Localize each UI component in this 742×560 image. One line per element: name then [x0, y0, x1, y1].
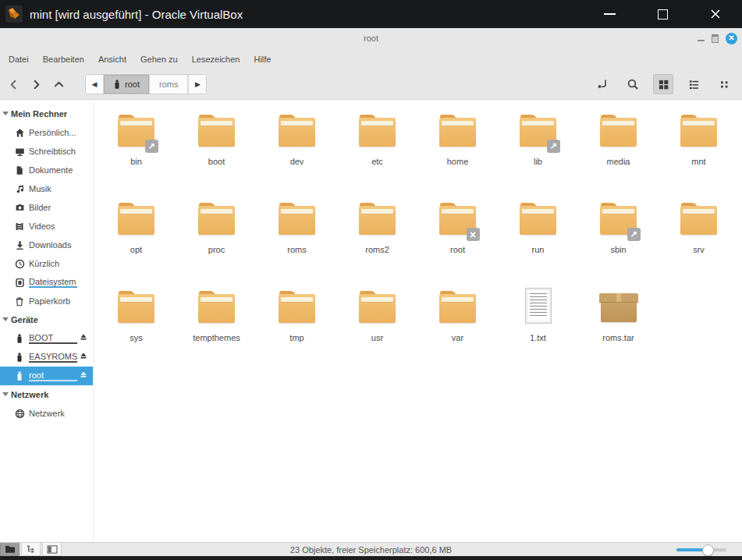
pathbar-scroll-right-button[interactable]: ▶: [188, 75, 206, 94]
file-item-dev[interactable]: dev: [257, 109, 337, 192]
filemanager-title: root: [364, 34, 378, 43]
folder-icon: ×: [435, 197, 481, 241]
file-item-media[interactable]: media: [578, 109, 659, 192]
file-item-lib[interactable]: ↗lib: [498, 109, 578, 192]
file-item-proc[interactable]: proc: [176, 197, 257, 280]
app-close-button[interactable]: ✕: [726, 33, 737, 44]
file-item-roms[interactable]: roms: [257, 197, 337, 280]
zoom-slider[interactable]: [676, 548, 726, 551]
file-grid[interactable]: ↗binbootdevetchome↗libmediamntoptprocrom…: [94, 100, 742, 542]
grid-view-button[interactable]: [653, 74, 673, 94]
minimize-button[interactable]: [583, 0, 636, 28]
collapse-triangle-icon: [2, 112, 9, 115]
file-item-usr[interactable]: usr: [337, 285, 417, 368]
menu-ansicht[interactable]: Ansicht: [91, 51, 133, 67]
app-maximize-button[interactable]: [712, 34, 719, 43]
sidebar-item-netzwerk[interactable]: Netzwerk: [0, 404, 93, 423]
sidebar-section-netzwerk[interactable]: Netzwerk: [0, 385, 93, 404]
sidebar-section-mein-rechner[interactable]: Mein Rechner: [0, 105, 93, 123]
sidebar-item-labelwrap: Kürzlich: [29, 259, 59, 268]
toggle-sidebar-button[interactable]: [42, 543, 62, 556]
maximize-button[interactable]: [636, 0, 689, 28]
search-button[interactable]: [623, 74, 643, 94]
list-view-button[interactable]: [683, 74, 704, 94]
folder-icon: [595, 109, 642, 153]
menu-bearbeiten[interactable]: Bearbeiten: [36, 51, 91, 67]
file-item-run[interactable]: run: [498, 197, 578, 280]
sidebar-item-easyroms[interactable]: EASYROMS: [0, 348, 93, 367]
sidebar-item-boot[interactable]: BOOT: [0, 329, 93, 348]
sidebar-item-musik[interactable]: Musik: [0, 179, 93, 198]
folder-icon: [600, 115, 637, 147]
file-item-tempthemes[interactable]: tempthemes: [176, 285, 257, 368]
file-item-var[interactable]: var: [417, 285, 498, 368]
close-button[interactable]: [689, 0, 742, 28]
menu-lesezeichen[interactable]: Lesezeichen: [185, 51, 247, 67]
pathbar-scroll-left-button[interactable]: ◀: [86, 75, 104, 94]
sidebar-item-videos[interactable]: Videos: [0, 217, 93, 236]
sidebar-item-labelwrap: Videos: [29, 222, 55, 231]
menu-gehen-zu[interactable]: Gehen zu: [133, 51, 185, 67]
file-item-roms-tar[interactable]: roms.tar: [578, 285, 659, 368]
folder-icon: ↗: [113, 109, 160, 153]
file-item-boot[interactable]: boot: [176, 109, 257, 192]
sidebar-item-bilder[interactable]: Bilder: [0, 198, 93, 217]
sidebar-item-root[interactable]: root: [0, 367, 93, 385]
places-button[interactable]: [0, 543, 20, 556]
file-item-tmp[interactable]: tmp: [257, 285, 337, 368]
menu-datei[interactable]: Datei: [2, 51, 36, 67]
file-item-sbin[interactable]: ↗sbin: [578, 197, 659, 280]
pathbar-segment-roms[interactable]: roms: [150, 75, 188, 94]
file-label: 1.txt: [530, 333, 546, 342]
treeview-button[interactable]: [21, 543, 41, 556]
menu-hilfe[interactable]: Hilfe: [247, 51, 278, 67]
sidebar-item-labelwrap: Netzwerk: [29, 409, 65, 418]
textfile-icon: [515, 285, 562, 329]
folder-icon: [198, 115, 235, 147]
file-item-bin[interactable]: ↗bin: [96, 109, 176, 192]
edit-location-button[interactable]: [592, 74, 612, 94]
sidebar-item-label: Bilder: [29, 203, 51, 212]
eject-button[interactable]: [80, 333, 87, 341]
disk-icon: [14, 278, 25, 288]
file-item-home[interactable]: home: [417, 109, 498, 192]
app-minimize-button[interactable]: [698, 40, 705, 41]
file-item-opt[interactable]: opt: [96, 197, 176, 280]
sidebar-item-papierkorb[interactable]: Papierkorb: [0, 292, 93, 310]
sidebar-item-kürzlich[interactable]: Kürzlich: [0, 254, 93, 273]
forward-button[interactable]: [29, 77, 43, 91]
up-button[interactable]: [51, 77, 66, 91]
sidebar-item-dateisystem[interactable]: Dateisystem: [0, 273, 93, 292]
sidebar-item-schreibtisch[interactable]: Schreibtisch: [0, 142, 93, 161]
file-item-1-txt[interactable]: 1.txt: [498, 285, 578, 368]
sidebar-section-geräte[interactable]: Geräte: [0, 310, 93, 329]
sidebar-item-dokumente[interactable]: Dokumente: [0, 161, 93, 179]
folder-icon: [359, 203, 396, 235]
sidebar-item-label: Musik: [29, 184, 51, 193]
zoom-slider-handle[interactable]: [702, 544, 714, 556]
sidebar-item-labelwrap: Dokumente: [29, 165, 73, 175]
file-item-mnt[interactable]: mnt: [659, 109, 739, 192]
sidebar-item-downloads[interactable]: Downloads: [0, 236, 93, 254]
sidebar-item-persönlich[interactable]: Persönlich...: [0, 123, 93, 142]
file-item-root[interactable]: ×root: [417, 197, 498, 280]
sidebar-item-labelwrap: root: [29, 370, 77, 381]
eject-button[interactable]: [80, 352, 87, 360]
file-item-sys[interactable]: sys: [96, 285, 176, 368]
file-item-roms2[interactable]: roms2: [337, 197, 417, 280]
file-label: boot: [208, 157, 225, 166]
compact-view-button[interactable]: [714, 74, 734, 94]
sidebar-item-labelwrap: Schreibtisch: [29, 147, 76, 156]
folder-icon: [435, 109, 481, 153]
sidebar-item-label: Persönlich...: [29, 128, 76, 137]
pathbar-segment-root[interactable]: root: [104, 75, 150, 94]
back-button[interactable]: [6, 77, 20, 91]
filemanager-titlebar[interactable]: root ✕: [0, 28, 742, 48]
file-label: mnt: [691, 157, 705, 166]
file-label: roms2: [365, 245, 389, 254]
file-item-srv[interactable]: srv: [659, 197, 739, 280]
compact-view-icon: [719, 80, 730, 90]
text-file-icon: [525, 288, 552, 324]
eject-button[interactable]: [80, 370, 87, 378]
file-item-etc[interactable]: etc: [337, 109, 417, 192]
